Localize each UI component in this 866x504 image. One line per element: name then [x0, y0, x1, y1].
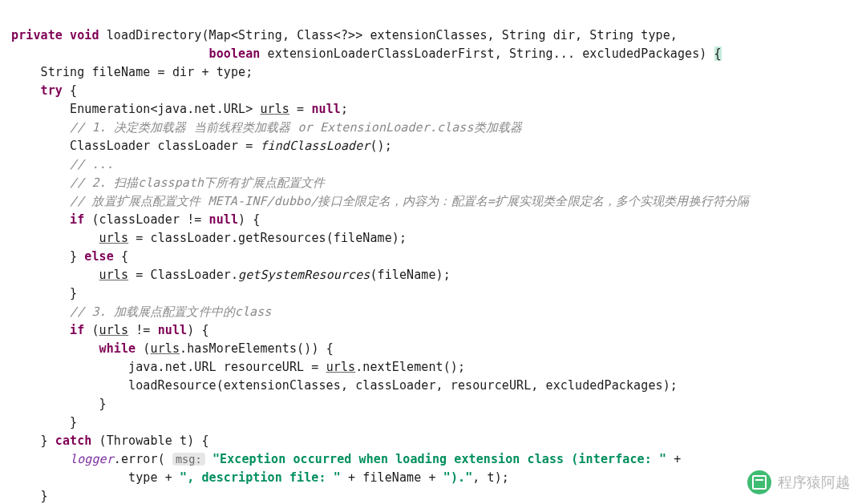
- l13b: {: [114, 249, 128, 264]
- l25a: type +: [11, 470, 180, 485]
- comment-5: // 3. 加载展点配置文件中的class: [11, 304, 271, 319]
- method-name: loadDirectory: [107, 28, 202, 42]
- comment-4: // 放置扩展点配置文件 META-INF/dubbo/接口全限定名，内容为：配…: [11, 194, 749, 208]
- logger: logger: [70, 452, 114, 466]
- brace-open: {: [714, 46, 722, 61]
- var-urls-4: urls: [99, 323, 129, 337]
- kw-if-2: if: [70, 323, 84, 337]
- kw-null-2: null: [209, 212, 239, 227]
- l24b: .error(: [114, 452, 172, 466]
- l12a: [11, 231, 99, 245]
- wechat-icon: [747, 470, 771, 494]
- line-20: loadResource(extensionClasses, classLoad…: [11, 378, 678, 393]
- l13a: }: [11, 249, 84, 264]
- comment-1: // 1. 决定类加载器 当前线程类加载器 or ExtensionLoader…: [11, 120, 522, 135]
- l7a: ClassLoader classLoader =: [11, 139, 260, 153]
- var-urls-2: urls: [99, 231, 129, 245]
- string-1: "Exception occurred when loading extensi…: [212, 452, 666, 466]
- kw-null: null: [311, 102, 341, 116]
- l7b: ();: [370, 139, 391, 153]
- l17b: !=: [128, 323, 158, 337]
- line-26: }: [11, 489, 48, 503]
- l23a: }: [11, 433, 55, 448]
- l12b: = classLoader.getResources(fileName);: [128, 231, 407, 245]
- l25b: + fileName +: [341, 470, 443, 485]
- l24c: [205, 452, 212, 466]
- l25c: , t);: [472, 470, 509, 485]
- string-2: ", description file: ": [180, 470, 341, 485]
- l14a: [11, 268, 99, 282]
- kw-null-3: null: [158, 323, 188, 337]
- kw-private: private: [11, 28, 63, 42]
- l19a: java.net.URL resourceURL =: [11, 360, 326, 374]
- kw-else: else: [84, 249, 114, 264]
- l19b: .nextElement();: [355, 360, 465, 374]
- kw-try: try: [41, 83, 63, 98]
- l5a: Enumeration<java.net.URL>: [11, 102, 260, 116]
- l24a: [11, 452, 70, 466]
- watermark-text: 程序猿阿越: [778, 473, 850, 492]
- l23b: (Throwable t) {: [91, 433, 208, 448]
- l11a: (classLoader !=: [84, 212, 208, 227]
- l17a: (: [84, 323, 99, 337]
- l11end: ) {: [238, 212, 260, 227]
- params-2: extensionLoaderClassLoaderFirst, String.…: [260, 46, 714, 61]
- line-22: }: [11, 415, 77, 429]
- kw-if-1: if: [70, 212, 84, 227]
- kw-void: void: [70, 28, 99, 42]
- l24d: +: [666, 452, 681, 466]
- param-hint: msg:: [172, 453, 205, 466]
- call-findClassLoader: findClassLoader: [260, 139, 370, 153]
- call-getSystemResources: getSystemResources: [238, 268, 370, 282]
- l14c: (fileName);: [370, 268, 450, 282]
- params-1: (Map<String, Class<?>> extensionClasses,…: [201, 28, 678, 42]
- l18b: .hasMoreElements()) {: [180, 341, 334, 356]
- try-brace: {: [63, 83, 77, 98]
- var-urls: urls: [260, 102, 289, 116]
- line-15: }: [11, 286, 77, 300]
- l5c: ;: [341, 102, 348, 116]
- var-urls-6: urls: [326, 360, 356, 374]
- kw-boolean: boolean: [209, 46, 261, 61]
- l18a: (: [136, 341, 150, 356]
- comment-3: // 2. 扫描classpath下所有扩展点配置文件: [11, 175, 325, 190]
- line-3: String fileName = dir + type;: [11, 65, 253, 79]
- var-urls-5: urls: [151, 341, 180, 356]
- string-3: ").": [443, 470, 473, 485]
- watermark: 程序猿阿越: [747, 470, 850, 494]
- l5b: =: [289, 102, 311, 116]
- l17c: ) {: [187, 323, 208, 337]
- kw-catch: catch: [55, 433, 92, 448]
- comment-2: // ...: [11, 157, 114, 171]
- var-urls-3: urls: [99, 268, 129, 282]
- code-block: private void loadDirectory(Map<String, C…: [0, 0, 866, 504]
- kw-while: while: [99, 341, 136, 356]
- line-21: }: [11, 397, 107, 411]
- l14b: = ClassLoader.: [128, 268, 238, 282]
